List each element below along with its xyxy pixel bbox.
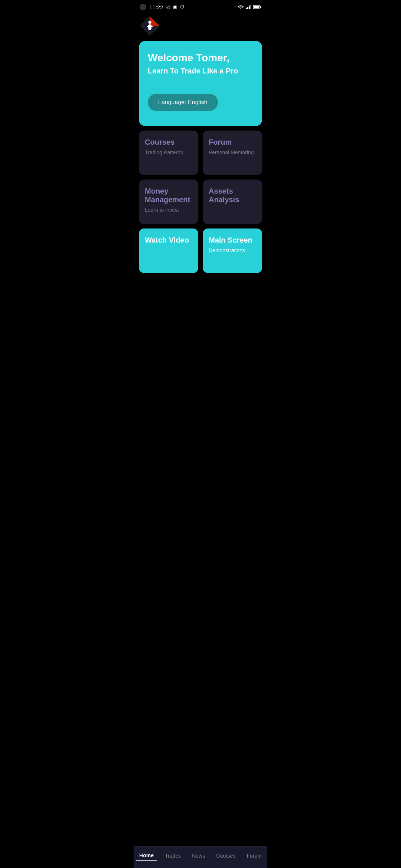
- svg-rect-5: [254, 6, 259, 9]
- svg-rect-1: [247, 7, 248, 9]
- status-bar: 11:22 ◎ ▣ ⏱: [134, 0, 267, 13]
- forum-card-title: Forum: [209, 138, 256, 147]
- welcome-subtitle: Learn To Trade Like a Pro: [148, 67, 253, 75]
- battery-icon: [253, 5, 261, 9]
- svg-point-9: [149, 21, 151, 24]
- svg-rect-0: [246, 8, 247, 9]
- sim-icon: ▣: [173, 4, 177, 10]
- signal-icon: [246, 5, 251, 9]
- grid-card-watch-video[interactable]: Watch Video: [139, 228, 198, 273]
- courses-card-subtitle: Trading Patterns: [145, 149, 192, 155]
- app-logo: [140, 16, 162, 38]
- grid-card-forum[interactable]: Forum Personal Mentoring: [203, 131, 262, 175]
- location-icon: ◎: [166, 4, 170, 10]
- money-management-card-subtitle: Learn to invest: [145, 207, 192, 213]
- status-left: 11:22 ◎ ▣ ⏱: [140, 4, 185, 10]
- main-screen-card-subtitle: Demonstrations: [209, 247, 256, 253]
- main-screen-card-title: Main Screen: [209, 236, 256, 244]
- assets-analysis-card-title: Assets Analysis: [209, 187, 256, 204]
- welcome-title: Welcome Tomer,: [148, 52, 253, 64]
- grid-section: Courses Trading Patterns Forum Personal …: [139, 131, 262, 273]
- welcome-card: Welcome Tomer, Learn To Trade Like a Pro…: [139, 41, 262, 126]
- grid-card-assets-analysis[interactable]: Assets Analysis: [203, 180, 262, 224]
- timer-icon: ⏱: [180, 4, 185, 10]
- courses-card-title: Courses: [145, 138, 192, 147]
- status-icons: [238, 5, 261, 9]
- watch-video-card-title: Watch Video: [145, 236, 192, 244]
- svg-rect-6: [260, 6, 261, 8]
- logo-svg: [140, 16, 160, 36]
- forum-card-subtitle: Personal Mentoring: [209, 149, 256, 155]
- grid-card-money-management[interactable]: Money Management Learn to invest: [139, 180, 198, 224]
- camera-dot: [140, 4, 146, 10]
- wifi-icon: [238, 5, 244, 9]
- status-time: 11:22: [149, 4, 163, 10]
- svg-rect-3: [250, 5, 251, 9]
- svg-rect-2: [249, 6, 250, 9]
- grid-card-main-screen[interactable]: Main Screen Demonstrations: [203, 228, 262, 273]
- page-content: Welcome Tomer, Learn To Trade Like a Pro…: [134, 16, 267, 307]
- language-button[interactable]: Language: English: [148, 94, 218, 111]
- money-management-card-title: Money Management: [145, 187, 192, 204]
- grid-card-courses[interactable]: Courses Trading Patterns: [139, 131, 198, 175]
